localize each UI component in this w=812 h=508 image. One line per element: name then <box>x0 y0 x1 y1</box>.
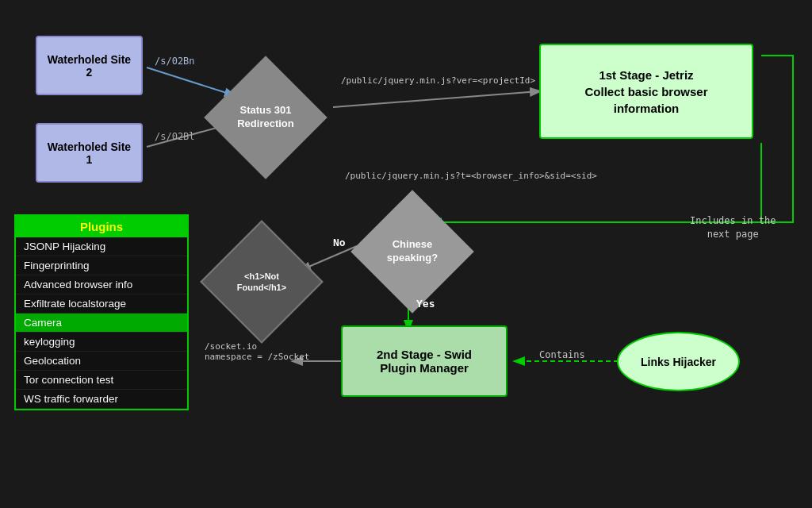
plugins-list: JSONP Hijacking Fingerprinting Advanced … <box>16 237 187 409</box>
plugin-item-advanced-browser: Advanced browser info <box>16 275 187 294</box>
arrow-label-jquery2: /public/jquery.min.js?t=<browser_info>&s… <box>345 171 597 181</box>
waterholed-site-1: Waterholed Site 1 <box>36 123 143 183</box>
plugin-item-geolocation: Geolocation <box>16 352 187 371</box>
plugin-item-jsonp: JSONP Hijacking <box>16 237 187 256</box>
stage1-box: 1st Stage - Jetriz Collect basic browser… <box>539 44 753 139</box>
arrow-label-s02bn: /s/02Bn <box>155 56 195 67</box>
waterholed-site-2: Waterholed Site 2 <box>36 36 143 95</box>
stage1-label: 1st Stage - Jetriz Collect basic browser… <box>584 67 707 117</box>
plugin-item-keylogging: keylogging <box>16 333 187 352</box>
plugin-item-camera: Camera <box>16 314 187 333</box>
stage2-box: 2nd Stage - Swid Plugin Manager <box>341 325 508 397</box>
arrow-label-contains: Contains <box>539 349 585 360</box>
links-hijacker-label: Links Hijacker <box>641 356 716 368</box>
waterholed1-label: Waterholed Site 1 <box>48 140 131 166</box>
notfound-label: <h1>NotFound</h1> <box>237 271 286 294</box>
arrow-label-yes: Yes <box>416 298 435 310</box>
plugin-item-ws: WS traffic forwarder <box>16 390 187 409</box>
plugin-item-exfiltrate: Exfiltrate localstorage <box>16 294 187 314</box>
arrow-label-no: No <box>333 237 346 248</box>
svg-line-3 <box>301 246 357 270</box>
svg-line-2 <box>333 91 539 107</box>
chinese-label: Chinesespeaking? <box>387 238 438 265</box>
status301-label: Status 301Redirection <box>237 104 294 131</box>
plugins-panel: Plugins JSONP Hijacking Fingerprinting A… <box>14 214 189 410</box>
waterholed2-label: Waterholed Site 2 <box>48 53 131 79</box>
arrow-label-s02bl: /s/02Bl <box>155 131 195 142</box>
status-301-diamond: Status 301Redirection <box>210 62 321 173</box>
arrow-label-jquery1: /public/jquery.min.js?ver=<projectId> <box>341 75 535 86</box>
plugin-item-tor: Tor connection test <box>16 371 187 390</box>
links-hijacker-ellipse: Links Hijacker <box>617 332 740 391</box>
arrow-label-includes: Includes in the next page <box>690 214 776 241</box>
notfound-diamond: <h1>NotFound</h1> <box>214 234 309 329</box>
chinese-diamond: Chinesespeaking? <box>361 200 464 303</box>
stage2-label: 2nd Stage - Swid Plugin Manager <box>377 348 472 375</box>
plugins-header: Plugins <box>16 216 187 237</box>
arrow-label-socketio: /socket.io namespace = /zSocket <box>205 341 309 362</box>
plugin-item-fingerprinting: Fingerprinting <box>16 256 187 275</box>
